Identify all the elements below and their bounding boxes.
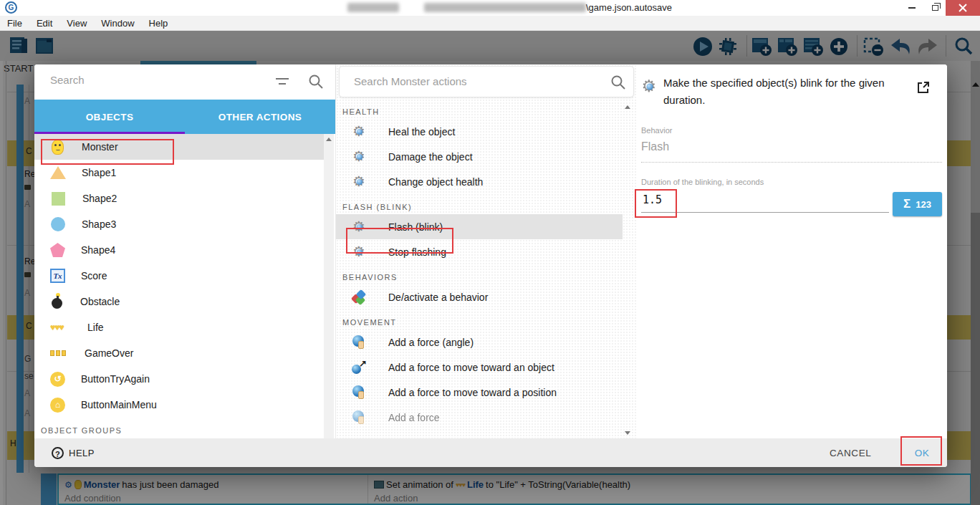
section-header: BEHAVIORS xyxy=(336,264,623,284)
circle-icon xyxy=(51,217,65,231)
action-details-panel: Make the specified object(s) blink for t… xyxy=(636,64,947,438)
section-header: FLASH (BLINK) xyxy=(336,194,623,214)
object-groups-header: OBJECT GROUPS xyxy=(34,418,324,438)
actions-search-bar xyxy=(339,66,634,97)
object-item-shape2[interactable]: Shape2 xyxy=(34,186,324,211)
title-bar: G \game.json.autosave xyxy=(0,0,980,16)
object-label: Shape4 xyxy=(81,244,115,256)
home-button-icon: ⌂ xyxy=(50,398,65,413)
object-item-buttontryagain[interactable]: ↺ ButtonTryAgain xyxy=(34,366,324,392)
force-toward-object-icon: ↗ xyxy=(352,360,368,375)
action-label: Add a force to move toward an object xyxy=(388,362,554,373)
behavior-value: Flash xyxy=(641,140,942,163)
minimize-button[interactable] xyxy=(901,0,923,16)
action-item-add-force-angle[interactable]: Add a force (angle) xyxy=(336,330,623,355)
objects-search-bar xyxy=(34,64,335,100)
window-title: \game.json.autosave xyxy=(586,2,672,13)
restore-button[interactable] xyxy=(924,0,946,16)
redacted-title-segment xyxy=(347,3,399,12)
action-label: Change object health xyxy=(388,176,483,188)
gameover-text-icon xyxy=(50,350,69,356)
cancel-button[interactable]: CANCEL xyxy=(825,438,875,467)
object-label: GameOver xyxy=(85,347,133,359)
search-icon[interactable] xyxy=(610,74,626,90)
action-item-damage[interactable]: Damage the object xyxy=(336,144,623,169)
help-label: HELP xyxy=(69,448,95,458)
action-item-add-force[interactable]: Add a force xyxy=(336,405,623,430)
menu-file[interactable]: File xyxy=(0,18,29,29)
scroll-down-arrow-icon[interactable] xyxy=(625,431,630,435)
close-button[interactable] xyxy=(946,0,980,16)
menu-view[interactable]: View xyxy=(59,18,94,29)
action-item-add-force-toward-object[interactable]: ↗ Add a force to move toward an object xyxy=(336,355,623,380)
scroll-up-arrow-icon[interactable] xyxy=(625,105,630,109)
action-item-change-health[interactable]: Change object health xyxy=(336,169,623,194)
help-button[interactable]: ? HELP xyxy=(47,446,99,460)
redacted-title-segment xyxy=(424,3,586,12)
menu-bar: File Edit View Window Help xyxy=(0,16,980,31)
pentagon-icon xyxy=(50,243,65,257)
action-item-deactivate-behavior[interactable]: De/activate a behavior xyxy=(336,284,623,309)
expression-editor-button[interactable]: Σ 123 xyxy=(893,192,942,216)
hearts-icon: ♥♥♥ xyxy=(50,322,72,332)
object-item-gameover[interactable]: GameOver xyxy=(34,340,324,366)
menu-edit[interactable]: Edit xyxy=(29,18,59,29)
annotation-box-ok xyxy=(900,436,942,466)
action-item-add-force-toward-position[interactable]: Add a force to move toward a position xyxy=(336,380,623,405)
duration-label: Duration of the blinking, in seconds xyxy=(641,178,942,186)
behavior-field[interactable]: Behavior Flash xyxy=(641,126,942,163)
actions-search-input[interactable] xyxy=(352,74,589,88)
menu-help[interactable]: Help xyxy=(142,18,176,29)
object-label: Obstacle xyxy=(80,296,120,307)
instruction-editor-dialog: OBJECTS OTHER ACTIONS Monster Shape1 Sha… xyxy=(34,64,947,467)
gear-icon xyxy=(352,174,368,190)
gear-icon xyxy=(352,149,368,165)
object-item-obstacle[interactable]: Obstacle xyxy=(34,289,324,314)
objects-scrollbar[interactable] xyxy=(324,134,334,438)
force-icon xyxy=(352,385,368,400)
action-label: Add a force xyxy=(388,412,440,423)
force-icon xyxy=(352,335,368,350)
action-item-heal[interactable]: Heal the object xyxy=(336,119,623,144)
actions-scrollbar[interactable] xyxy=(623,102,633,438)
section-header: HEALTH xyxy=(336,99,623,119)
bomb-icon xyxy=(50,294,64,309)
object-item-score[interactable]: Tx Score xyxy=(34,263,324,289)
object-label: Shape1 xyxy=(82,167,116,178)
scroll-up-arrow-icon[interactable] xyxy=(326,138,332,141)
tab-other-actions[interactable]: OTHER ACTIONS xyxy=(185,100,335,134)
object-item-buttonmainmenu[interactable]: ⌂ ButtonMainMenu xyxy=(34,392,324,418)
section-header: MOVEMENT xyxy=(336,309,623,330)
annotation-box-duration xyxy=(635,189,677,218)
object-item-shape3[interactable]: Shape3 xyxy=(34,211,324,237)
expression-123-label: 123 xyxy=(916,199,931,210)
object-label: Score xyxy=(81,270,107,282)
search-icon[interactable] xyxy=(308,74,324,90)
gear-icon xyxy=(352,124,368,140)
menu-window[interactable]: Window xyxy=(94,18,141,29)
duration-input[interactable] xyxy=(641,189,889,213)
tab-objects[interactable]: OBJECTS xyxy=(34,100,185,134)
square-icon xyxy=(52,192,65,206)
gdevelop-logo-icon: G xyxy=(5,1,17,14)
annotation-box-flash xyxy=(346,228,453,254)
filter-icon[interactable] xyxy=(275,77,289,87)
action-label: Add a force (angle) xyxy=(388,337,474,348)
object-label: Shape3 xyxy=(82,218,116,230)
dialog-footer: ? HELP CANCEL OK xyxy=(34,438,947,467)
annotation-box-monster xyxy=(41,139,174,165)
sigma-icon: Σ xyxy=(903,197,911,211)
objects-panel: OBJECTS OTHER ACTIONS Monster Shape1 Sha… xyxy=(34,64,335,438)
object-label: Shape2 xyxy=(82,193,117,204)
text-object-icon: Tx xyxy=(50,269,65,283)
objects-search-input[interactable] xyxy=(49,73,264,87)
action-label: Damage the object xyxy=(388,151,473,163)
object-item-shape4[interactable]: Shape4 xyxy=(34,237,324,263)
action-label: Heal the object xyxy=(388,126,455,138)
action-label: Add a force to move toward a position xyxy=(388,387,557,398)
action-label: De/activate a behavior xyxy=(388,292,488,303)
question-mark-icon: ? xyxy=(52,447,64,459)
object-item-life[interactable]: ♥♥♥ Life xyxy=(34,314,324,340)
open-help-external-icon[interactable] xyxy=(916,80,931,95)
behavior-icon xyxy=(352,289,368,305)
